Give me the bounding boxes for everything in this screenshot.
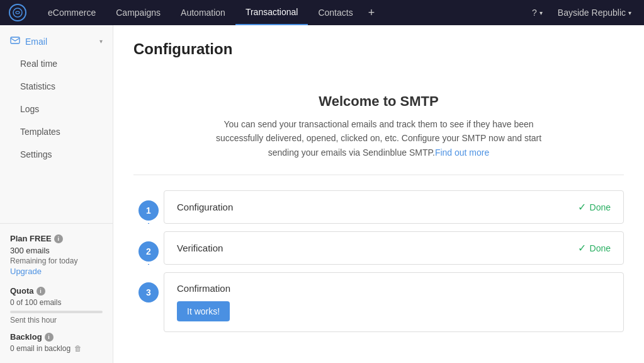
step-3-circle: 3 [138, 282, 159, 302]
quota-title: Quota i [10, 286, 103, 296]
plan-section: Plan FREE i 300 emails Remaining for tod… [0, 223, 113, 286]
quota-progress-bar [10, 311, 103, 313]
step-2-status: Done [590, 243, 611, 253]
find-out-more-link[interactable]: Find out more [435, 147, 489, 158]
step-1-status: Done [590, 202, 611, 212]
svg-rect-1 [11, 37, 20, 43]
nav-right: ? ▾ Bayside Republic ▾ [527, 8, 636, 18]
add-button[interactable]: + [363, 6, 380, 20]
step-1-done: ✓ Done [578, 201, 611, 213]
step-2-card: Verification ✓ Done [164, 231, 624, 265]
backlog-title: Backlog i [10, 332, 103, 342]
plan-remaining: Remaining for today [10, 256, 103, 265]
trash-icon[interactable]: 🗑 [74, 344, 82, 353]
plan-emails: 300 emails [10, 246, 103, 255]
upgrade-link[interactable]: Upgrade [10, 267, 103, 276]
step-3-title: Confirmation [177, 283, 230, 294]
backlog-section: Backlog i 0 email in backlog 🗑 [0, 332, 113, 363]
svg-point-0 [13, 8, 22, 17]
sidebar-item-realtime[interactable]: Real time [0, 52, 113, 75]
welcome-title: Welcome to SMTP [149, 93, 609, 110]
step-1-row: 1 Configuration ✓ Done [133, 190, 624, 224]
plan-info-icon[interactable]: i [54, 234, 63, 243]
backlog-count: 0 email in backlog 🗑 [10, 344, 103, 353]
step-3-card: Confirmation It works! [164, 272, 624, 332]
quota-section: Quota i 0 of 100 emails Sent this hour [0, 286, 113, 332]
sidebar: Email ▾ Real time Statistics Logs Templa… [0, 25, 113, 363]
logo[interactable] [8, 3, 28, 23]
step-2-line [148, 264, 149, 265]
it-works-button[interactable]: It works! [177, 301, 230, 321]
sidebar-item-statistics[interactable]: Statistics [0, 75, 113, 98]
nav-campaigns[interactable]: Campaigns [106, 0, 171, 25]
account-menu[interactable]: Bayside Republic ▾ [553, 8, 636, 18]
account-chevron: ▾ [628, 9, 631, 16]
quota-count: 0 of 100 emails [10, 298, 103, 307]
step-1-circle: 1 [138, 200, 159, 221]
step-3-row: 3 Confirmation It works! [133, 272, 624, 332]
sidebar-email-section: Email ▾ Real time Statistics Logs Templa… [0, 25, 113, 166]
welcome-description: You can send your transactional emails a… [203, 117, 555, 159]
sidebar-item-settings[interactable]: Settings [0, 143, 113, 166]
step-1-card: Configuration ✓ Done [164, 190, 624, 224]
nav-transactional[interactable]: Transactional [235, 0, 308, 25]
step-2-check-icon: ✓ [578, 242, 586, 254]
step-1-indicator: 1 [133, 190, 164, 224]
email-icon [10, 35, 20, 47]
quota-sent: Sent this hour [10, 316, 103, 325]
nav-ecommerce[interactable]: eCommerce [38, 0, 106, 25]
account-name: Bayside Republic [558, 8, 626, 18]
step-2-title: Verification [177, 243, 578, 253]
sidebar-email-label: Email [25, 37, 47, 47]
step-2-circle: 2 [138, 241, 159, 262]
help-chevron: ▾ [539, 9, 543, 16]
welcome-section: Welcome to SMTP You can send your transa… [133, 73, 624, 175]
step-3-indicator: 3 [133, 272, 164, 332]
quota-info-icon[interactable]: i [37, 287, 45, 296]
help-icon: ? [532, 8, 537, 18]
sidebar-email-header[interactable]: Email ▾ [0, 25, 113, 52]
nav-items: eCommerce Campaigns Automation Transacti… [38, 0, 527, 25]
step-2-indicator: 2 [133, 231, 164, 265]
step-2-done: ✓ Done [578, 242, 611, 254]
nav-contacts[interactable]: Contacts [308, 0, 363, 25]
sidebar-item-templates[interactable]: Templates [0, 120, 113, 143]
step-1-title: Configuration [177, 202, 578, 212]
main-layout: Email ▾ Real time Statistics Logs Templa… [0, 25, 644, 363]
main-content: Configuration Welcome to SMTP You can se… [113, 25, 644, 363]
help-menu[interactable]: ? ▾ [527, 8, 548, 18]
steps-container: 1 Configuration ✓ Done 2 V [133, 190, 624, 332]
plan-title: Plan FREE i [10, 234, 103, 243]
top-navigation: eCommerce Campaigns Automation Transacti… [0, 0, 644, 25]
step-2-row: 2 Verification ✓ Done [133, 231, 624, 265]
step-1-line [148, 223, 149, 224]
logo-circle [9, 4, 26, 21]
sidebar-chevron: ▾ [99, 38, 103, 45]
page-title: Configuration [133, 40, 624, 58]
step-1-check-icon: ✓ [578, 201, 586, 213]
sidebar-item-logs[interactable]: Logs [0, 98, 113, 120]
backlog-info-icon[interactable]: i [45, 333, 54, 342]
nav-automation[interactable]: Automation [171, 0, 235, 25]
